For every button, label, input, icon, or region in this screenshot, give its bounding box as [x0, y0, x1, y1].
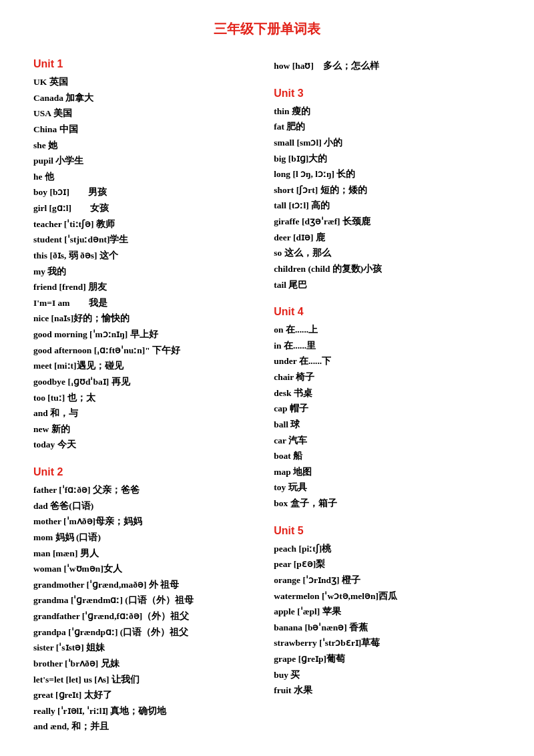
- word-item: Canada 加拿大: [33, 90, 254, 106]
- unit4-section: Unit 4 on 在......上in 在......里under 在....…: [274, 306, 501, 512]
- word-item: my 我的: [33, 264, 254, 280]
- word-item: China 中国: [33, 122, 254, 138]
- unit3-title: Unit 3: [274, 87, 501, 100]
- word-item: nice [naɪs]好的；愉快的: [33, 311, 254, 327]
- word-item: in 在......里: [274, 338, 501, 354]
- word-item: today 今天: [33, 437, 254, 453]
- unit1-title: Unit 1: [33, 58, 254, 70]
- word-item: mother [ˈmʌðə]母亲；妈妈: [33, 514, 254, 530]
- word-item: on 在......上: [274, 322, 501, 338]
- word-item: father [ˈfɑːðə] 父亲；爸爸: [33, 482, 254, 498]
- word-item: girl [gɑːl] 女孩: [33, 200, 254, 216]
- word-item: this [ðɪs, 弱 ðəs] 这个: [33, 248, 254, 264]
- word-item: she 她: [33, 138, 254, 154]
- unit5-section: Unit 5 peach [piːtʃ]桃pear [pɛə]梨orange […: [274, 525, 501, 699]
- word-item: boy [bɔɪ] 男孩: [33, 184, 254, 200]
- word-item: car 汽车: [274, 433, 501, 449]
- word-item: apple [ˈæpl] 苹果: [274, 604, 501, 620]
- word-item: let's=let [let] us [ʌs] 让我们: [33, 672, 254, 688]
- word-item: box 盒子，箱子: [274, 496, 501, 512]
- word-item: friend [frend] 朋友: [33, 279, 254, 295]
- word-item: brother [ˈbrʌðə] 兄妹: [33, 656, 254, 672]
- word-item: tail 尾巴: [274, 277, 501, 293]
- word-item: watermelon [ˈwɔtə,melən]西瓜: [274, 588, 501, 604]
- word-item: giraffe [dʒəˈræf] 长颈鹿: [274, 214, 501, 230]
- word-item: grandfather [ˈɡrænd,fɑːðə]（外）祖父: [33, 608, 254, 624]
- unit5-words: peach [piːtʃ]桃pear [pɛə]梨orange [ˈɔrɪndʒ…: [274, 541, 501, 699]
- word-item: buy 买: [274, 667, 501, 683]
- word-item: long [l ɔŋ, lɔːŋ] 长的: [274, 166, 501, 182]
- word-item: pupil 小学生: [33, 153, 254, 169]
- word-item: mom 妈妈 (口语): [33, 530, 254, 546]
- word-item: peach [piːtʃ]桃: [274, 541, 501, 557]
- word-item: short [ʃɔrt] 短的；矮的: [274, 182, 501, 198]
- unit1-words: UK 英国Canada 加拿大USA 美国China 中国she 她pupil …: [33, 74, 254, 453]
- word-item: too [tuː] 也；太: [33, 390, 254, 406]
- word-item: USA 美国: [33, 106, 254, 122]
- word-item: strawberry [ˈstrɔbɛrɪ]草莓: [274, 635, 501, 651]
- word-item: sister [ˈsɪstə] 姐妹: [33, 640, 254, 656]
- word-item: ball 球: [274, 417, 501, 433]
- word-item: grandma [ˈɡrændmɑː] (口语（外）祖母: [33, 592, 254, 608]
- unit2-words: father [ˈfɑːðə] 父亲；爸爸dad 爸爸(口语)mother [ˈ…: [33, 482, 254, 735]
- unit3-section: Unit 3 thin 瘦的fat 肥的small [smɔl] 小的big […: [274, 87, 501, 293]
- word-item: grandmother [ˈɡrænd,maðə] 外 祖母: [33, 577, 254, 593]
- unit2-title: Unit 2: [33, 466, 254, 478]
- word-item: banana [bəˈnænə] 香蕉: [274, 620, 501, 636]
- word-item: good afternoon [ˌɑːftəˈnuːn]" 下午好: [33, 343, 254, 359]
- word-item: meet [miːt]遇见；碰见: [33, 358, 254, 374]
- word-item: new 新的: [33, 421, 254, 437]
- unit3-words: thin 瘦的fat 肥的small [smɔl] 小的big [bɪɡ]大的l…: [274, 104, 501, 293]
- word-item: children (child 的复数)小孩: [274, 261, 501, 277]
- unit1-section: Unit 1 UK 英国Canada 加拿大USA 美国China 中国she …: [33, 58, 254, 453]
- word-item: pear [pɛə]梨: [274, 556, 501, 572]
- unit5-title: Unit 5: [274, 525, 501, 537]
- word-item: under 在......下: [274, 353, 501, 369]
- word-item: deer [dɪə] 鹿: [274, 230, 501, 246]
- word-item: he 他: [33, 169, 254, 185]
- word-item: good morning [ˈmɔːnɪŋ] 早上好: [33, 327, 254, 343]
- word-item: teacher [ˈtiːtʃə] 教师: [33, 216, 254, 232]
- word-item: boat 船: [274, 448, 501, 464]
- word-item: chair 椅子: [274, 369, 501, 385]
- word-item: really [ˈrɪəlɪ, ˈriːlɪ] 真地；确切地: [33, 703, 254, 719]
- word-item: man [mæn] 男人: [33, 546, 254, 562]
- word-item: cap 帽子: [274, 401, 501, 417]
- word-item: dad 爸爸(口语): [33, 498, 254, 514]
- word-item: student [ˈstjuːdənt]学生: [33, 232, 254, 248]
- word-item: fruit 水果: [274, 683, 501, 699]
- word-item: so 这么，那么: [274, 245, 501, 261]
- word-item: grape [ɡreɪp]葡萄: [274, 651, 501, 667]
- word-item: I'm=I am 我是: [33, 295, 254, 311]
- page-title: 三年级下册单词表: [33, 20, 501, 38]
- word-item: woman [ˈwʊmən]女人: [33, 561, 254, 577]
- word-item: grandpa [ˈɡrændpɑː] (口语（外）祖父: [33, 624, 254, 640]
- unit2-section: Unit 2 father [ˈfɑːðə] 父亲；爸爸dad 爸爸(口语)mo…: [33, 466, 254, 735]
- word-item: fat 肥的: [274, 119, 501, 135]
- unit4-words: on 在......上in 在......里under 在......下chai…: [274, 322, 501, 512]
- word-item: and 和，与: [33, 405, 254, 421]
- word-item: UK 英国: [33, 74, 254, 90]
- word-item: goodbye [ˌɡʊdˈbaɪ] 再见: [33, 374, 254, 390]
- word-item: tall [tɔːl] 高的: [274, 198, 501, 214]
- word-item: how [haʊ] 多么；怎么样: [274, 58, 501, 74]
- word-item: and ænd, 和；并且: [33, 719, 254, 735]
- word-item: thin 瘦的: [274, 104, 501, 120]
- unit1-extra-section: how [haʊ] 多么；怎么样: [274, 58, 501, 74]
- word-item: small [smɔl] 小的: [274, 135, 501, 151]
- word-item: great [ɡreɪt] 太好了: [33, 687, 254, 703]
- word-item: desk 书桌: [274, 385, 501, 401]
- word-item: map 地图: [274, 464, 501, 480]
- word-item: toy 玩具: [274, 480, 501, 496]
- unit1-extra-words: how [haʊ] 多么；怎么样: [274, 58, 501, 74]
- word-item: orange [ˈɔrɪndʒ] 橙子: [274, 572, 501, 588]
- unit4-title: Unit 4: [274, 306, 501, 318]
- word-item: big [bɪɡ]大的: [274, 151, 501, 167]
